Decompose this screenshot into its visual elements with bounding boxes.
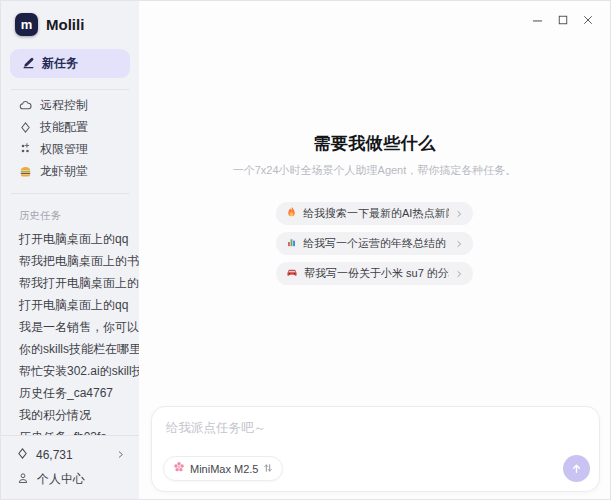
- fire-icon: [286, 206, 297, 221]
- model-name: MiniMax M2.5: [190, 463, 258, 475]
- suggestion-list: 给我搜索一下最新的AI热点新闻 给我写一个运营的年终总结的 PPT 文件放...: [276, 202, 473, 285]
- history-list: 打开电脑桌面上的qq 帮我把电脑桌面上的书 帮我打开电脑桌面上的qq... 打开…: [1, 228, 139, 435]
- personal-center-item[interactable]: 个人中心: [1, 467, 139, 491]
- send-button[interactable]: [563, 455, 590, 482]
- history-item[interactable]: 帮我把电脑桌面上的书: [1, 250, 139, 272]
- credits-row[interactable]: 46,731: [1, 443, 139, 467]
- history-item[interactable]: 历史任务_fb03fa: [1, 426, 139, 435]
- bar-chart-icon: [286, 236, 297, 251]
- sidebar-nav: 远程控制 技能配置 权限管理 龙虾朝堂: [1, 94, 139, 182]
- flower-icon: [173, 461, 185, 476]
- history-item[interactable]: 你的skills技能栏在哪里: [1, 338, 139, 360]
- burger-icon: [19, 165, 32, 178]
- window-controls: [525, 11, 600, 29]
- history-item[interactable]: 我的积分情况: [1, 404, 139, 426]
- sidebar-footer: 46,731 个人中心: [1, 435, 139, 499]
- sidebar-item-permissions[interactable]: 权限管理: [1, 138, 139, 160]
- composer: MiniMax M2.5: [151, 406, 600, 492]
- history-item[interactable]: 打开电脑桌面上的qq: [1, 228, 139, 250]
- hero-section: 需要我做些什么 一个7x24小时全场景个人助理Agent，帮你搞定各种任务。 给…: [139, 132, 610, 285]
- app-title: Molili: [46, 16, 84, 33]
- history-item[interactable]: 帮我打开电脑桌面上的qq...: [1, 272, 139, 294]
- suggestion-su7-report[interactable]: 帮我写一份关于小米 su7 的分析报告，以 ...: [276, 262, 473, 285]
- sidebar: m Molili 新任务 远程控制 技能配置 权限管理: [1, 1, 139, 499]
- history-item[interactable]: 打开电脑桌面上的qq: [1, 294, 139, 316]
- history-item[interactable]: 帮忙安装302.ai的skill技能...: [1, 360, 139, 382]
- nav-label: 技能配置: [40, 119, 88, 136]
- chevron-right-icon: [116, 448, 125, 462]
- suggestion-label: 给我搜索一下最新的AI热点新闻: [303, 206, 449, 221]
- credits-value: 46,731: [36, 448, 73, 462]
- task-input[interactable]: [152, 407, 599, 451]
- close-button[interactable]: [575, 11, 600, 29]
- diamond-icon: [19, 121, 32, 134]
- sidebar-item-lobster-court[interactable]: 龙虾朝堂: [1, 160, 139, 182]
- credits-diamond-icon: [17, 448, 28, 462]
- chevron-right-icon: [455, 266, 463, 281]
- suggestion-ai-news[interactable]: 给我搜索一下最新的AI热点新闻: [276, 202, 473, 225]
- compose-pen-icon: [22, 56, 35, 72]
- minimize-button[interactable]: [525, 11, 550, 29]
- chevron-right-icon: [455, 236, 463, 251]
- app-logo: m Molili: [1, 1, 139, 46]
- new-task-label: 新任务: [42, 55, 78, 72]
- chevron-right-icon: [455, 206, 463, 221]
- model-selector[interactable]: MiniMax M2.5: [163, 456, 283, 481]
- suggestion-label: 给我写一个运营的年终总结的 PPT 文件放...: [303, 236, 449, 251]
- main-content: 需要我做些什么 一个7x24小时全场景个人助理Agent，帮你搞定各种任务。 给…: [139, 1, 610, 499]
- grid-plus-icon: [19, 143, 32, 156]
- car-icon: [286, 266, 298, 281]
- sidebar-divider: [11, 89, 129, 90]
- nav-label: 龙虾朝堂: [40, 163, 88, 180]
- page-subtitle: 一个7x24小时全场景个人助理Agent，帮你搞定各种任务。: [233, 163, 517, 178]
- new-task-button[interactable]: 新任务: [10, 49, 130, 78]
- suggestion-label: 帮我写一份关于小米 su7 的分析报告，以 ...: [304, 266, 449, 281]
- sidebar-item-remote-control[interactable]: 远程控制: [1, 94, 139, 116]
- history-section-label: 历史任务: [19, 209, 121, 223]
- nav-label: 权限管理: [40, 141, 88, 158]
- sidebar-item-skill-config[interactable]: 技能配置: [1, 116, 139, 138]
- sidebar-divider: [11, 193, 129, 194]
- suggestion-ppt-summary[interactable]: 给我写一个运营的年终总结的 PPT 文件放...: [276, 232, 473, 255]
- maximize-button[interactable]: [550, 11, 575, 29]
- personal-center-label: 个人中心: [37, 471, 85, 488]
- app-logo-icon: m: [15, 13, 38, 36]
- swap-model-icon: [263, 461, 273, 476]
- history-item[interactable]: 我是一名销售，你可以帮我...: [1, 316, 139, 338]
- cloud-icon: [19, 99, 32, 112]
- nav-label: 远程控制: [40, 97, 88, 114]
- person-icon: [17, 472, 29, 487]
- composer-toolbar: MiniMax M2.5: [163, 455, 590, 482]
- page-title: 需要我做些什么: [313, 132, 436, 155]
- logo-monogram: m: [21, 17, 33, 32]
- history-item[interactable]: 历史任务_ca4767: [1, 382, 139, 404]
